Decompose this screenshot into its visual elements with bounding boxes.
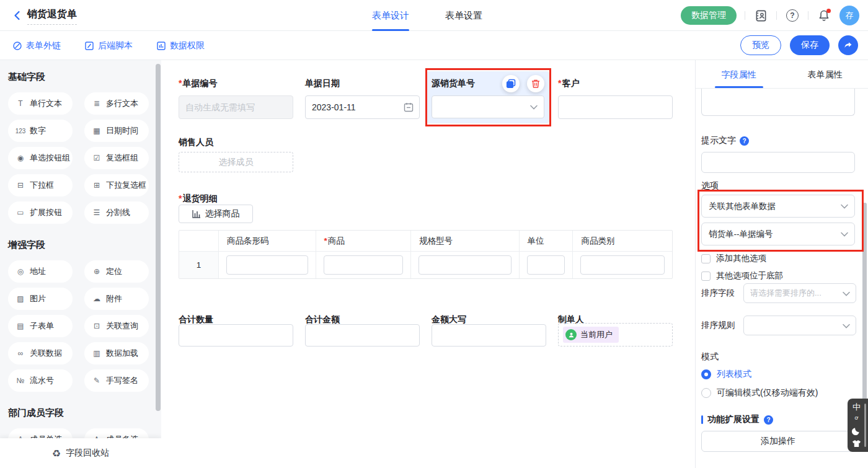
guide-book-icon[interactable] <box>753 8 768 23</box>
source-order-select[interactable] <box>432 95 544 118</box>
panel-scrollbar[interactable] <box>862 203 867 426</box>
notification-bell-icon[interactable] <box>817 8 831 23</box>
moon-icon[interactable] <box>852 426 861 435</box>
choose-product-button[interactable]: 选择商品 <box>179 205 253 223</box>
sidebar-item-extend-button[interactable]: ▭扩展按钮 <box>8 201 73 224</box>
data-manage-button[interactable]: 数据管理 <box>681 6 737 25</box>
sidebar-item-data-load[interactable]: ▥数据加载 <box>84 342 149 364</box>
divider <box>745 11 745 20</box>
extension-help-icon[interactable]: ? <box>764 415 773 425</box>
hint-help-icon[interactable]: ? <box>740 136 749 146</box>
sort-field-select[interactable]: 请选择需要排序的... <box>743 283 856 303</box>
sidebar-item-image[interactable]: ▨图片 <box>8 288 73 310</box>
tab-form-design[interactable]: 表单设计 <box>372 0 409 31</box>
field-name-input[interactable] <box>701 89 855 116</box>
share-arrow-icon <box>843 40 853 50</box>
options-label: 选项 <box>701 180 719 192</box>
barcode-cell-input[interactable] <box>226 255 309 275</box>
save-button[interactable]: 保存 <box>790 35 830 55</box>
chevron-down-icon <box>530 105 538 110</box>
total-qty-input[interactable] <box>179 324 293 347</box>
help-icon[interactable]: ? <box>785 8 800 23</box>
product-cell-input[interactable] <box>324 255 403 275</box>
field-recycle-button[interactable]: ♻ 字段回收站 <box>0 438 161 468</box>
tab-form-settings[interactable]: 表单设置 <box>445 0 482 31</box>
sidebar-item-number[interactable]: 123数字 <box>8 120 73 142</box>
sidebar-item-linked-query[interactable]: ⊡关联查询 <box>84 315 149 337</box>
small-circle-icon[interactable]: ơ <box>855 415 859 421</box>
category-cell-input[interactable] <box>580 255 665 275</box>
sidebar-item-attachment[interactable]: ☁附件 <box>84 288 149 310</box>
sidebar-item-serial-number[interactable]: №流水号 <box>8 369 73 392</box>
option-field-select[interactable]: 销货单--单据编号 <box>701 223 855 245</box>
table-header-row: 商品条形码 *商品 规格型号 单位 商品类别 <box>179 231 672 251</box>
sidebar-item-location[interactable]: ⊕定位 <box>84 260 149 283</box>
bar-chart-icon <box>192 210 201 218</box>
sidebar-scrollbar[interactable] <box>156 64 161 411</box>
selected-field-source-order[interactable]: 源销货单号 <box>427 71 549 123</box>
creator-field[interactable]: 当前用户 <box>558 323 673 347</box>
add-action-button[interactable]: 添加操作 <box>701 431 855 452</box>
avatar[interactable]: 存 <box>839 6 859 25</box>
preview-button[interactable]: 预览 <box>740 35 781 55</box>
checkbox-icon <box>701 254 711 263</box>
col-header-product: *商品 <box>316 231 411 251</box>
divider-icon: ☰ <box>91 208 102 217</box>
sort-rule-select[interactable] <box>743 316 856 335</box>
add-other-option-checkbox[interactable]: 添加其他选项 <box>701 253 766 264</box>
doc-no-input[interactable] <box>179 95 293 119</box>
copy-icon <box>506 79 516 89</box>
image-icon: ▨ <box>15 294 26 303</box>
data-permission-button[interactable]: 数据权限 <box>156 40 205 51</box>
field-label-detail: *退货明细 <box>179 193 217 205</box>
field-label-doc-date: 单据日期 <box>305 78 340 89</box>
sidebar-item-subform[interactable]: ▤子表单 <box>8 315 73 337</box>
field-label-customer: *客户 <box>558 78 579 89</box>
copy-field-button[interactable] <box>502 75 520 92</box>
delete-field-button[interactable] <box>527 75 544 92</box>
dropdown-icon: ⊟ <box>15 181 26 190</box>
share-button[interactable] <box>838 35 858 55</box>
sidebar-item-radio-group[interactable]: ◉单选按钮组 <box>8 147 73 169</box>
sidebar-item-datetime[interactable]: ▦日期时间 <box>84 120 149 142</box>
mode-editable-radio[interactable]: 可编辑模式(仅移动端有效) <box>701 387 818 399</box>
tab-field-properties[interactable]: 字段属性 <box>696 60 782 88</box>
backend-script-button[interactable]: 后端脚本 <box>84 40 133 51</box>
amount-words-input[interactable] <box>432 324 546 347</box>
hint-text-input[interactable] <box>701 152 855 173</box>
sidebar-item-dropdown[interactable]: ⊟下拉框 <box>8 174 73 196</box>
external-link-button[interactable]: 表单外链 <box>12 40 61 51</box>
sidebar-item-multi-line-text[interactable]: ≣多行文本 <box>84 92 149 115</box>
col-header-index <box>179 231 219 251</box>
field-palette-sidebar: 基础字段 T单行文本 ≣多行文本 123数字 ▦日期时间 ◉单选按钮组 ☑复选框… <box>0 60 161 468</box>
toolbar-links: 表单外链 后端脚本 数据权限 <box>12 31 205 60</box>
sidebar-item-single-line-text[interactable]: T单行文本 <box>8 92 73 115</box>
customer-input[interactable] <box>558 95 673 119</box>
shirt-icon[interactable] <box>852 439 861 448</box>
option-source-select[interactable]: 关联其他表单数据 <box>701 195 855 218</box>
chevron-down-icon <box>841 204 848 209</box>
doc-date-input[interactable] <box>305 95 420 119</box>
mode-label: 模式 <box>701 351 719 363</box>
back-button[interactable] <box>10 8 25 23</box>
select-member-button[interactable]: 选择成员 <box>179 152 293 172</box>
col-header-barcode: 商品条形码 <box>219 231 317 251</box>
translate-icon[interactable]: 中 <box>852 403 861 411</box>
sidebar-item-checkbox-group[interactable]: ☑复选框组 <box>84 147 149 169</box>
link-icon <box>12 41 22 51</box>
browser-extension-widget[interactable]: 中 ơ <box>848 399 868 452</box>
page-title[interactable]: 销货退货单 <box>27 8 77 25</box>
tab-form-properties[interactable]: 表单属性 <box>782 60 868 88</box>
mode-list-radio[interactable]: 列表模式 <box>701 369 751 380</box>
total-amount-input[interactable] <box>305 324 420 347</box>
spec-cell-input[interactable] <box>418 255 512 275</box>
sidebar-item-signature[interactable]: ✎手写签名 <box>84 369 149 392</box>
permission-icon <box>156 41 166 51</box>
other-option-bottom-checkbox[interactable]: 其他选项位于底部 <box>701 270 783 281</box>
sidebar-item-address[interactable]: ◎地址 <box>8 260 73 283</box>
sidebar-item-divider[interactable]: ☰分割线 <box>84 201 149 224</box>
sidebar-item-linked-data[interactable]: ∞关联数据 <box>8 342 73 364</box>
sidebar-item-multi-dropdown[interactable]: ⊞下拉复选框 <box>84 174 149 196</box>
chevron-down-icon <box>843 291 850 296</box>
unit-cell-input[interactable] <box>527 255 565 275</box>
